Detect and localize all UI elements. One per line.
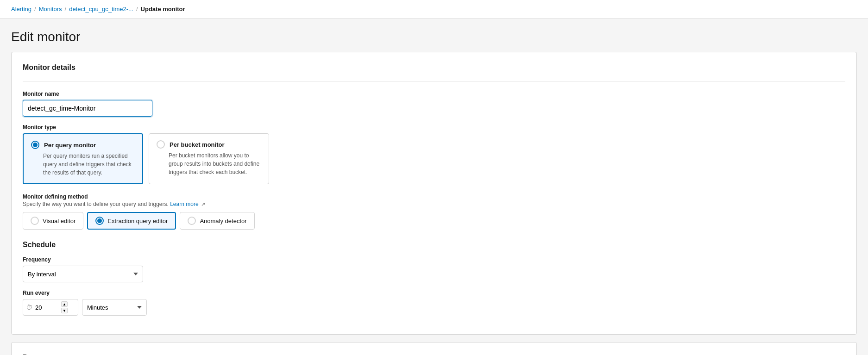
per-query-label: Per query monitor	[44, 142, 96, 149]
breadcrumb-monitors[interactable]: Monitors	[39, 6, 62, 12]
anomaly-detector-label: Anomaly detector	[200, 218, 246, 224]
page-title: Edit monitor	[0, 19, 868, 52]
per-query-desc: Per query monitors run a specified query…	[31, 152, 135, 177]
monitor-name-input[interactable]	[23, 100, 152, 117]
method-anomaly-detector[interactable]: Anomaly detector	[180, 212, 254, 230]
per-bucket-desc: Per bucket monitors allow you to group r…	[157, 151, 261, 176]
extraction-query-label: Extraction query editor	[107, 218, 168, 224]
method-extraction-query[interactable]: Extraction query editor	[87, 212, 176, 230]
per-bucket-label: Per bucket monitor	[170, 141, 224, 148]
data-source-card: Data source Index .opendistro-anomaly-re…	[11, 342, 857, 355]
radio-extraction	[95, 217, 104, 225]
run-every-unit-select[interactable]: Minutes Hours Days	[82, 299, 147, 316]
frequency-select[interactable]: By interval Daily Weekly Monthly Custom …	[23, 266, 143, 282]
monitor-type-group: Monitor type Per query monitor Per query…	[23, 124, 845, 184]
stepper-up[interactable]: ▲	[61, 301, 68, 307]
external-link-icon: ↗	[201, 201, 205, 207]
run-every-label: Run every	[23, 290, 845, 296]
monitor-type-label: Monitor type	[23, 124, 845, 131]
monitor-type-per-query[interactable]: Per query monitor Per query monitors run…	[23, 133, 143, 184]
breadcrumb: Alerting / Monitors / detect_cpu_gc_time…	[0, 0, 868, 19]
frequency-label: Frequency	[23, 256, 845, 263]
monitor-details-title: Monitor details	[23, 63, 845, 72]
breadcrumb-sep-1: /	[34, 6, 36, 12]
breadcrumb-current: Update monitor	[141, 6, 185, 12]
method-visual-editor[interactable]: Visual editor	[23, 212, 83, 230]
breadcrumb-sep-3: /	[136, 6, 138, 12]
stepper-buttons: ▲ ▼	[61, 301, 68, 313]
breadcrumb-sep-2: /	[65, 6, 67, 12]
schedule-title: Schedule	[23, 241, 845, 249]
radio-anomaly	[188, 217, 196, 225]
breadcrumb-monitor-name[interactable]: detect_cpu_gc_time2-...	[69, 6, 133, 12]
defining-method-label: Monitor defining method	[23, 193, 845, 200]
monitor-method-group: Monitor defining method Specify the way …	[23, 193, 845, 230]
run-every-number-wrapper: ⏱ ▲ ▼	[23, 299, 78, 316]
frequency-group: Frequency By interval Daily Weekly Month…	[23, 256, 845, 282]
learn-more-link[interactable]: Learn more	[170, 201, 198, 207]
monitor-details-card: Monitor details Monitor name Monitor typ…	[11, 52, 857, 335]
method-options: Visual editor Extraction query editor An…	[23, 212, 845, 230]
run-every-group: Run every ⏱ ▲ ▼ Minutes Hours Days	[23, 290, 845, 316]
radio-per-bucket	[157, 140, 165, 149]
radio-per-query	[31, 141, 39, 149]
defining-method-sublabel: Specify the way you want to define your …	[23, 201, 845, 207]
monitor-name-group: Monitor name	[23, 91, 845, 117]
run-every-controls: ⏱ ▲ ▼ Minutes Hours Days	[23, 299, 845, 316]
monitor-name-label: Monitor name	[23, 91, 845, 97]
visual-editor-label: Visual editor	[43, 218, 75, 224]
clock-icon: ⏱	[26, 304, 32, 311]
radio-visual	[31, 217, 39, 225]
run-every-input[interactable]	[35, 304, 58, 311]
monitor-type-grid: Per query monitor Per query monitors run…	[23, 133, 845, 184]
breadcrumb-alerting[interactable]: Alerting	[11, 6, 31, 12]
monitor-type-per-bucket[interactable]: Per bucket monitor Per bucket monitors a…	[149, 133, 269, 184]
stepper-down[interactable]: ▼	[61, 308, 68, 313]
